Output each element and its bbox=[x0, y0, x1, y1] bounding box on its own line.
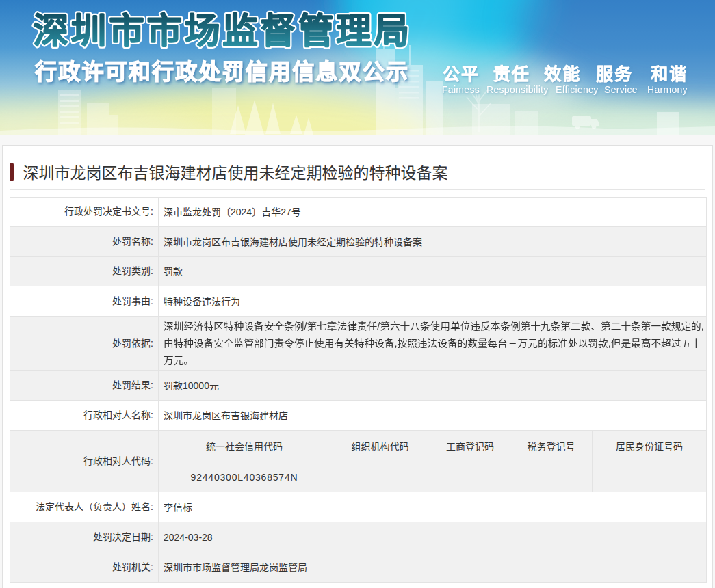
svg-text:公平责任效能服务和谐: 公平责任效能服务和谐 bbox=[443, 64, 688, 83]
svg-text:行政许可和行政处罚信用信息双公示: 行政许可和行政处罚信用信息双公示 bbox=[35, 59, 409, 84]
svg-text:FaimessResponsibilityEfficienc: FaimessResponsibilityEfficiencyServiceHa… bbox=[442, 84, 688, 95]
svg-text:深圳市市场监督管理局: 深圳市市场监督管理局 bbox=[34, 11, 413, 51]
